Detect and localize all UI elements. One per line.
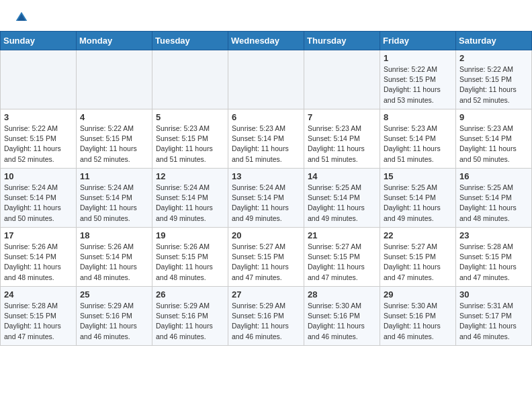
calendar-cell: 25Sunrise: 5:29 AM Sunset: 5:16 PM Dayli… [77,287,152,346]
day-number: 18 [80,230,148,240]
calendar-week-4: 17Sunrise: 5:26 AM Sunset: 5:14 PM Dayli… [1,228,532,287]
day-number: 1 [384,53,452,63]
calendar-cell: 4Sunrise: 5:22 AM Sunset: 5:15 PM Daylig… [77,109,152,169]
day-number: 23 [459,230,528,240]
day-info: Sunrise: 5:28 AM Sunset: 5:15 PM Dayligh… [459,242,528,283]
day-number: 21 [308,230,376,240]
calendar-cell: 15Sunrise: 5:25 AM Sunset: 5:14 PM Dayli… [380,169,456,228]
day-info: Sunrise: 5:24 AM Sunset: 5:14 PM Dayligh… [4,183,73,224]
calendar-cell: 16Sunrise: 5:25 AM Sunset: 5:14 PM Dayli… [456,169,532,228]
calendar-cell [304,50,380,109]
weekday-header-tuesday: Tuesday [152,32,228,50]
day-info: Sunrise: 5:25 AM Sunset: 5:14 PM Dayligh… [459,183,528,224]
day-number: 16 [459,171,528,181]
day-info: Sunrise: 5:29 AM Sunset: 5:16 PM Dayligh… [232,301,300,342]
logo-icon [15,11,28,24]
calendar: SundayMondayTuesdayWednesdayThursdayFrid… [0,31,532,346]
day-number: 19 [156,230,224,240]
day-info: Sunrise: 5:23 AM Sunset: 5:14 PM Dayligh… [308,124,376,165]
calendar-week-5: 24Sunrise: 5:28 AM Sunset: 5:15 PM Dayli… [1,287,532,346]
day-info: Sunrise: 5:30 AM Sunset: 5:16 PM Dayligh… [308,301,376,342]
calendar-cell: 10Sunrise: 5:24 AM Sunset: 5:14 PM Dayli… [1,169,77,228]
day-info: Sunrise: 5:29 AM Sunset: 5:16 PM Dayligh… [156,301,224,342]
day-info: Sunrise: 5:23 AM Sunset: 5:14 PM Dayligh… [459,124,528,165]
day-number: 9 [459,112,528,122]
calendar-cell: 3Sunrise: 5:22 AM Sunset: 5:15 PM Daylig… [1,109,77,169]
day-info: Sunrise: 5:28 AM Sunset: 5:15 PM Dayligh… [4,301,73,342]
day-info: Sunrise: 5:22 AM Sunset: 5:15 PM Dayligh… [80,124,148,165]
day-info: Sunrise: 5:29 AM Sunset: 5:16 PM Dayligh… [80,301,148,342]
weekday-header-row: SundayMondayTuesdayWednesdayThursdayFrid… [1,32,532,50]
day-number: 15 [384,171,452,181]
calendar-cell: 28Sunrise: 5:30 AM Sunset: 5:16 PM Dayli… [304,287,380,346]
day-number: 2 [459,53,528,63]
calendar-cell: 30Sunrise: 5:31 AM Sunset: 5:17 PM Dayli… [456,287,532,346]
calendar-week-2: 3Sunrise: 5:22 AM Sunset: 5:15 PM Daylig… [1,109,532,169]
weekday-header-monday: Monday [77,32,152,50]
day-info: Sunrise: 5:30 AM Sunset: 5:16 PM Dayligh… [384,301,452,342]
calendar-cell: 8Sunrise: 5:23 AM Sunset: 5:14 PM Daylig… [380,109,456,169]
day-number: 30 [459,289,528,300]
weekday-header-saturday: Saturday [456,32,532,50]
day-number: 24 [4,289,73,300]
day-info: Sunrise: 5:23 AM Sunset: 5:15 PM Dayligh… [156,124,224,165]
calendar-cell: 2Sunrise: 5:22 AM Sunset: 5:15 PM Daylig… [456,50,532,109]
day-number: 17 [4,230,73,240]
day-number: 6 [232,112,300,122]
day-info: Sunrise: 5:24 AM Sunset: 5:14 PM Dayligh… [80,183,148,224]
day-info: Sunrise: 5:22 AM Sunset: 5:15 PM Dayligh… [384,64,452,105]
day-number: 10 [4,171,73,181]
day-info: Sunrise: 5:24 AM Sunset: 5:14 PM Dayligh… [156,183,224,224]
day-info: Sunrise: 5:22 AM Sunset: 5:15 PM Dayligh… [4,124,73,165]
day-number: 25 [80,289,148,300]
day-number: 14 [308,171,376,181]
day-info: Sunrise: 5:27 AM Sunset: 5:15 PM Dayligh… [384,242,452,283]
calendar-cell: 14Sunrise: 5:25 AM Sunset: 5:14 PM Dayli… [304,169,380,228]
day-number: 26 [156,289,224,300]
calendar-cell [77,50,152,109]
day-info: Sunrise: 5:25 AM Sunset: 5:14 PM Dayligh… [384,183,452,224]
day-number: 27 [232,289,300,300]
calendar-cell: 29Sunrise: 5:30 AM Sunset: 5:16 PM Dayli… [380,287,456,346]
weekday-header-thursday: Thursday [304,32,380,50]
calendar-cell: 11Sunrise: 5:24 AM Sunset: 5:14 PM Dayli… [77,169,152,228]
calendar-week-1: 1Sunrise: 5:22 AM Sunset: 5:15 PM Daylig… [1,50,532,109]
day-number: 12 [156,171,224,181]
day-number: 4 [80,112,148,122]
day-number: 7 [308,112,376,122]
page-header [0,0,532,31]
day-number: 8 [384,112,452,122]
weekday-header-sunday: Sunday [1,32,77,50]
day-info: Sunrise: 5:26 AM Sunset: 5:15 PM Dayligh… [156,242,224,283]
calendar-cell: 7Sunrise: 5:23 AM Sunset: 5:14 PM Daylig… [304,109,380,169]
day-info: Sunrise: 5:22 AM Sunset: 5:15 PM Dayligh… [459,64,528,105]
weekday-header-wednesday: Wednesday [228,32,304,50]
calendar-cell: 19Sunrise: 5:26 AM Sunset: 5:15 PM Dayli… [152,228,228,287]
weekday-header-friday: Friday [380,32,456,50]
day-number: 11 [80,171,148,181]
day-info: Sunrise: 5:25 AM Sunset: 5:14 PM Dayligh… [308,183,376,224]
day-info: Sunrise: 5:31 AM Sunset: 5:17 PM Dayligh… [459,301,528,342]
calendar-cell: 26Sunrise: 5:29 AM Sunset: 5:16 PM Dayli… [152,287,228,346]
day-number: 13 [232,171,300,181]
calendar-cell: 5Sunrise: 5:23 AM Sunset: 5:15 PM Daylig… [152,109,228,169]
calendar-cell: 23Sunrise: 5:28 AM Sunset: 5:15 PM Dayli… [456,228,532,287]
day-number: 20 [232,230,300,240]
calendar-cell: 12Sunrise: 5:24 AM Sunset: 5:14 PM Dayli… [152,169,228,228]
calendar-cell [228,50,304,109]
calendar-cell: 24Sunrise: 5:28 AM Sunset: 5:15 PM Dayli… [1,287,77,346]
calendar-cell: 27Sunrise: 5:29 AM Sunset: 5:16 PM Dayli… [228,287,304,346]
calendar-cell: 18Sunrise: 5:26 AM Sunset: 5:14 PM Dayli… [77,228,152,287]
calendar-cell: 17Sunrise: 5:26 AM Sunset: 5:14 PM Dayli… [1,228,77,287]
day-number: 29 [384,289,452,300]
day-number: 22 [384,230,452,240]
calendar-cell: 20Sunrise: 5:27 AM Sunset: 5:15 PM Dayli… [228,228,304,287]
day-info: Sunrise: 5:27 AM Sunset: 5:15 PM Dayligh… [308,242,376,283]
calendar-cell: 1Sunrise: 5:22 AM Sunset: 5:15 PM Daylig… [380,50,456,109]
calendar-week-3: 10Sunrise: 5:24 AM Sunset: 5:14 PM Dayli… [1,169,532,228]
day-info: Sunrise: 5:26 AM Sunset: 5:14 PM Dayligh… [80,242,148,283]
day-info: Sunrise: 5:24 AM Sunset: 5:14 PM Dayligh… [232,183,300,224]
day-number: 5 [156,112,224,122]
calendar-cell: 9Sunrise: 5:23 AM Sunset: 5:14 PM Daylig… [456,109,532,169]
day-info: Sunrise: 5:26 AM Sunset: 5:14 PM Dayligh… [4,242,73,283]
